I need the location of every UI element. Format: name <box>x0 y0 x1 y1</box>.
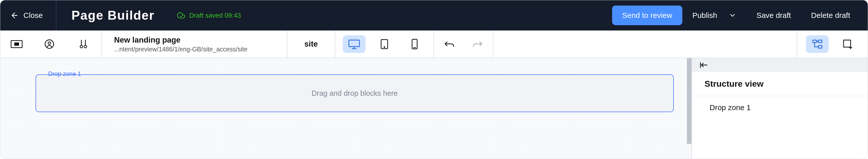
app-header: Close Page Builder Draft saved 09:43 Sen… <box>0 0 868 31</box>
panel-title: Structure view <box>692 72 868 96</box>
save-status-text: Draft saved 09:43 <box>189 11 241 20</box>
panel-collapse-button[interactable] <box>692 58 868 72</box>
desktop-preview-button[interactable] <box>343 35 366 53</box>
add-block-button[interactable] <box>836 35 859 53</box>
add-square-icon <box>842 39 853 50</box>
collapse-left-icon <box>700 62 708 68</box>
arrow-left-icon <box>10 11 19 20</box>
structure-view-button[interactable] <box>806 35 829 53</box>
page-path: ...ntent/preview/1486/1/eng-GB/site_acce… <box>114 45 274 53</box>
user-target-icon <box>44 38 55 50</box>
drop-zone-1[interactable]: Drop zone 1 Drag and drop blocks here <box>35 74 674 112</box>
close-label: Close <box>24 11 43 20</box>
drop-zone-label: Drop zone 1 <box>46 70 83 77</box>
redo-icon <box>472 40 483 49</box>
layout-icon <box>10 39 23 49</box>
device-preview-group <box>335 31 434 58</box>
svg-point-4 <box>48 42 51 44</box>
publish-label: Publish <box>692 11 717 20</box>
close-button[interactable]: Close <box>0 0 56 31</box>
save-status: Draft saved 09:43 <box>177 11 241 20</box>
structure-panel: Structure view Drop zone 1 <box>691 58 868 159</box>
delete-draft-button[interactable]: Delete draft <box>811 11 850 20</box>
right-tools-group <box>797 31 868 58</box>
undo-icon <box>444 40 455 49</box>
history-group <box>434 31 493 58</box>
svg-rect-17 <box>818 40 822 42</box>
redo-button[interactable] <box>472 40 483 49</box>
app-title: Page Builder <box>56 8 155 23</box>
send-to-review-button[interactable]: Send to review <box>612 5 682 25</box>
drop-zone-placeholder: Drag and drop blocks here <box>312 89 398 97</box>
timeline-icon <box>78 38 89 50</box>
save-draft-button[interactable]: Save draft <box>756 11 791 20</box>
svg-point-13 <box>384 47 385 47</box>
svg-point-7 <box>80 45 83 48</box>
layout-tool-button[interactable] <box>0 31 33 58</box>
desktop-icon <box>348 38 361 50</box>
svg-rect-22 <box>843 40 850 47</box>
svg-point-8 <box>84 45 87 48</box>
site-selector[interactable]: site <box>287 31 335 58</box>
chevron-down-icon <box>729 11 736 19</box>
mobile-preview-button[interactable] <box>403 35 426 53</box>
svg-rect-9 <box>349 40 360 46</box>
svg-rect-2 <box>14 43 19 45</box>
workspace: Drop zone 1 Drag and drop blocks here St… <box>0 58 868 159</box>
svg-rect-18 <box>818 45 822 48</box>
page-info[interactable]: New landing page ...ntent/preview/1486/1… <box>101 31 287 58</box>
cloud-check-icon <box>177 11 185 20</box>
tablet-icon <box>380 38 389 50</box>
publish-button[interactable]: Publish <box>692 11 736 20</box>
toolbar: New landing page ...ntent/preview/1486/1… <box>0 31 868 58</box>
tablet-preview-button[interactable] <box>373 35 396 53</box>
timeline-tool-button[interactable] <box>66 31 101 58</box>
canvas-area[interactable]: Drop zone 1 Drag and drop blocks here <box>0 58 691 159</box>
panel-item-dropzone-1[interactable]: Drop zone 1 <box>692 96 868 119</box>
undo-button[interactable] <box>444 40 455 49</box>
page-title: New landing page <box>114 35 274 44</box>
canvas-scrollbar[interactable] <box>687 58 691 144</box>
focus-tool-button[interactable] <box>33 31 66 58</box>
tree-icon <box>812 39 823 49</box>
mobile-icon <box>410 38 418 50</box>
